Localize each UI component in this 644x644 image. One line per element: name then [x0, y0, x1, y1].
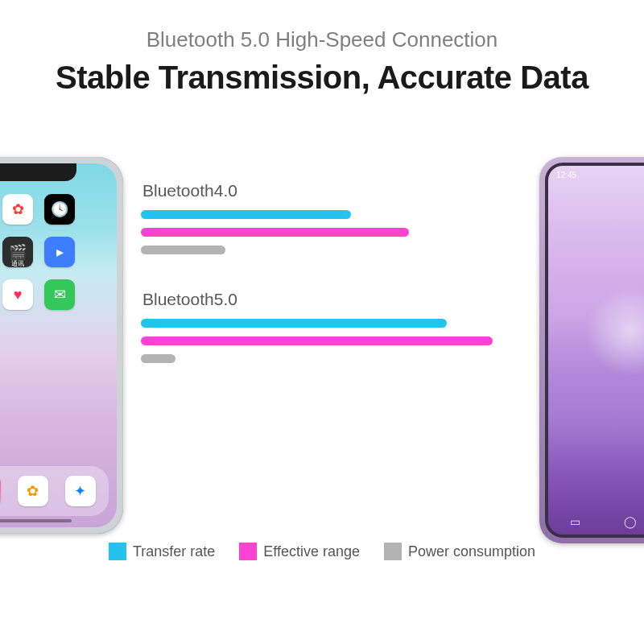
- nav-home-icon: ◯: [624, 515, 637, 528]
- phone-notch: [0, 163, 76, 181]
- music-icon: ♪: [0, 476, 1, 506]
- android-status-bar: 12:45▲ ▮: [548, 166, 644, 184]
- legend-swatch-blue: [109, 543, 126, 560]
- nav-recents-icon: ▭: [570, 515, 580, 528]
- legend-swatch-gray: [384, 543, 402, 560]
- chart-group-bt50: Bluetooth5.0: [141, 290, 523, 363]
- legend-swatch-pink: [239, 543, 257, 560]
- android-nav-bar: ▭ ◯ ◁: [548, 509, 644, 535]
- page-title: Stable Transmission, Accurate Data: [0, 60, 644, 96]
- phone-left-illustration: 📷相机 ✿ 🕓 ⚙ 🎬通讯 ▸ Ⓐ ♥ ✉ ♪ ✿ ✦: [0, 157, 123, 534]
- legend-label: Transfer rate: [133, 543, 215, 560]
- legend-label: Power consumption: [408, 543, 535, 560]
- comparison-chart: Bluetooth4.0 Bluetooth5.0: [141, 181, 523, 398]
- photos-icon: ✿: [2, 194, 33, 225]
- chart-legend: Transfer rate Effective range Power cons…: [0, 543, 644, 560]
- page-subtitle: Bluetooth 5.0 High-Speed Connection: [0, 27, 644, 52]
- health-icon: ♥: [2, 279, 33, 310]
- bar-bt50-transfer: [141, 319, 447, 328]
- phone-right-illustration: 12:45▲ ▮ ▭ ◯ ◁: [539, 157, 644, 543]
- clock-icon: 🕓: [44, 194, 75, 225]
- chart-group-label: Bluetooth4.0: [141, 181, 523, 200]
- bar-bt40-range: [141, 228, 409, 237]
- bar-bt50-range: [141, 336, 493, 345]
- safari-icon: ✦: [65, 476, 96, 506]
- home-indicator: [0, 519, 72, 522]
- messages-icon: ✉: [44, 279, 75, 310]
- chart-group-label: Bluetooth5.0: [141, 290, 523, 309]
- app-grid: 📷相机 ✿ 🕓 ⚙ 🎬通讯 ▸ Ⓐ ♥ ✉: [0, 194, 105, 310]
- legend-item-range: Effective range: [239, 543, 360, 560]
- legend-item-power: Power consumption: [384, 543, 535, 560]
- phone-dock: ♪ ✿ ✦: [0, 466, 109, 516]
- video-icon: ▸: [44, 237, 75, 267]
- bar-bt50-power: [141, 354, 175, 363]
- legend-item-transfer: Transfer rate: [109, 543, 215, 560]
- chart-group-bt40: Bluetooth4.0: [141, 181, 523, 254]
- bar-bt40-transfer: [141, 210, 351, 219]
- photos-dock-icon: ✿: [18, 476, 48, 506]
- legend-label: Effective range: [263, 543, 360, 560]
- bar-bt40-power: [141, 246, 225, 254]
